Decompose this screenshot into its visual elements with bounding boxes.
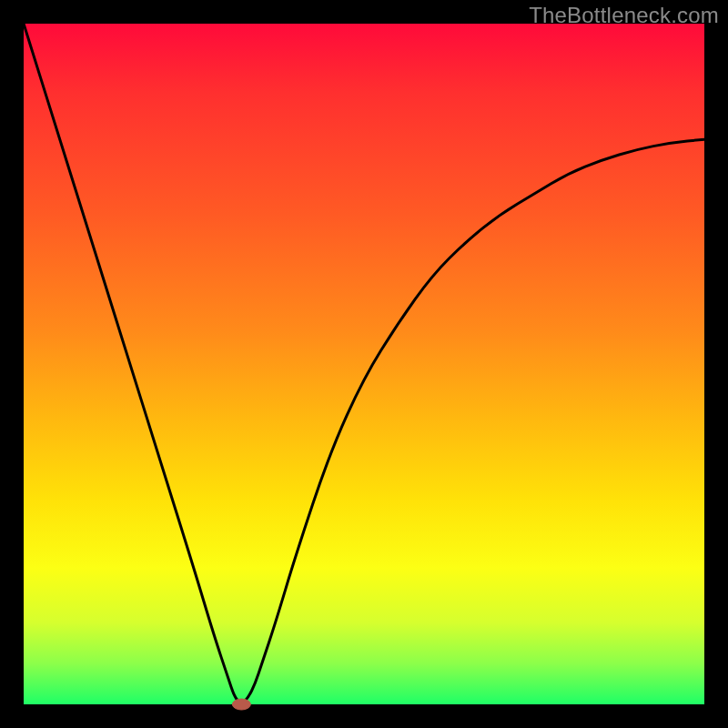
watermark-text: TheBottleneck.com: [529, 3, 719, 28]
chart-frame: TheBottleneck.com: [0, 0, 728, 728]
minimum-marker: [232, 699, 250, 710]
plot-area: [24, 24, 704, 704]
bottleneck-curve: [24, 24, 704, 703]
curve-layer: [24, 24, 704, 704]
